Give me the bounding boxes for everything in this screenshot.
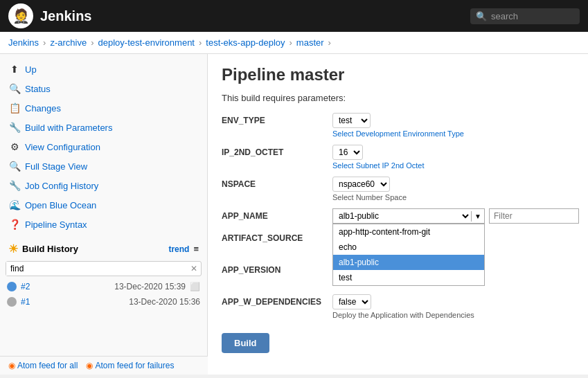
status-icon: 🔍	[8, 82, 21, 95]
job-config-icon: 🔧	[8, 179, 21, 192]
env-type-hint: Select Development Environment Type	[332, 129, 574, 138]
app-name-select-wrap: app-http-content-from-git echo alb1-publ…	[332, 208, 485, 224]
param-controls-app-name: app-http-content-from-git echo alb1-publ…	[332, 208, 582, 224]
blue-ocean-icon: 🌊	[8, 199, 21, 211]
build-row-2: #2 13-Dec-2020 15:39 ⬜	[6, 279, 202, 294]
build-date-1: 13-Dec-2020 15:36	[129, 297, 200, 307]
header: 🤵 Jenkins 🔍	[0, 0, 588, 32]
param-row-ip: IP_2ND_OCTET 16 17 18 Select Subnet IP 2…	[222, 145, 574, 170]
param-row-app-name: APP_NAME app-http-content-from-git echo …	[222, 208, 574, 224]
build-date-2: 13-Dec-2020 15:39	[114, 282, 186, 291]
breadcrumb-sep-1: ›	[43, 37, 46, 48]
sidebar-item-view-config-label[interactable]: View Configuration	[25, 142, 100, 152]
footer-feeds: ◉ Atom feed for all ◉ Atom feed for fail…	[0, 356, 208, 375]
dropdown-item-alb1[interactable]: alb1-public	[333, 255, 484, 270]
build-row-1: #1 13-Dec-2020 15:36	[6, 294, 202, 309]
feed-all-label: Atom feed for all	[17, 361, 78, 370]
sidebar-item-full-stage[interactable]: 🔍 Full Stage View	[0, 156, 207, 176]
param-label-ip: IP_2ND_OCTET	[222, 145, 332, 157]
build-search-row[interactable]: ✕	[6, 261, 202, 276]
sidebar-item-job-config-label[interactable]: Job Config History	[25, 181, 98, 191]
trend-graph-icon: ≡	[193, 244, 199, 254]
breadcrumb-z-archive[interactable]: z-archive	[50, 37, 87, 48]
sidebar-item-up[interactable]: ⬆ Up	[0, 60, 207, 79]
build-requires-text: This build requires parameters:	[222, 93, 574, 103]
app-name-dropdown-arrow[interactable]: ▼	[471, 211, 484, 222]
search-input[interactable]	[491, 11, 574, 21]
sidebar-item-full-stage-label[interactable]: Full Stage View	[25, 161, 87, 172]
feed-failures-label: Atom feed for failures	[95, 361, 174, 370]
page-title: Pipeline master	[222, 65, 574, 84]
breadcrumb-sep-3: ›	[199, 37, 202, 48]
breadcrumb-deploy-test[interactable]: deploy-test-environment	[98, 37, 195, 48]
search-box[interactable]: 🔍	[470, 8, 580, 24]
sidebar-item-build-with-params[interactable]: 🔧 Build with Parameters	[0, 118, 207, 137]
nspace-select[interactable]: nspace60 nspace70	[332, 177, 390, 192]
sidebar: ⬆ Up 🔍 Status 📋 Changes 🔧 Build with Par…	[0, 54, 207, 375]
ip-hint: Select Subnet IP 2nd Octet	[332, 161, 574, 170]
app-name-dropdown-popup: app-http-content-from-git echo alb1-publ…	[332, 224, 485, 286]
param-label-app-version: APP_VERSION	[222, 262, 332, 275]
full-stage-icon: 🔍	[8, 160, 21, 172]
feed-failures-icon: ◉	[86, 361, 93, 370]
dropdown-item-app-http[interactable]: app-http-content-from-git	[333, 224, 484, 240]
app-deps-hint: Deploy the Application with Dependencies	[332, 311, 574, 319]
search-icon: 🔍	[476, 11, 487, 21]
breadcrumb-sep-4: ›	[289, 37, 292, 48]
sidebar-item-changes[interactable]: 📋 Changes	[0, 98, 207, 118]
build-history-icon: ☀	[8, 242, 18, 255]
breadcrumb-jenkins[interactable]: Jenkins	[8, 37, 39, 48]
param-label-app-deps: APP_W_DEPENDENCIES	[222, 294, 332, 307]
sidebar-item-pipeline-syntax-label[interactable]: Pipeline Syntax	[25, 219, 87, 230]
build-status-icon-2	[7, 282, 17, 291]
sidebar-item-blue-ocean-label[interactable]: Open Blue Ocean	[25, 200, 96, 210]
param-label-env-type: ENV_TYPE	[222, 113, 332, 125]
build-num-2[interactable]: #2	[21, 282, 30, 291]
sidebar-item-view-config[interactable]: ⚙ View Configuration	[0, 137, 207, 156]
param-row-env-type: ENV_TYPE test dev prod Select Developmen…	[222, 113, 574, 138]
sidebar-item-pipeline-syntax[interactable]: ❓ Pipeline Syntax	[0, 215, 207, 234]
param-controls-app-deps: false true Deploy the Application with D…	[332, 294, 574, 319]
dropdown-item-test[interactable]: test	[333, 270, 484, 285]
up-icon: ⬆	[8, 63, 21, 75]
build-num-1[interactable]: #1	[21, 297, 30, 307]
param-label-nspace: NSPACE	[222, 177, 332, 189]
build-history-label: Build History	[22, 244, 78, 254]
pipeline-syntax-icon: ❓	[8, 218, 21, 231]
atom-feed-all-link[interactable]: ◉ Atom feed for all	[8, 361, 78, 370]
sidebar-item-status-label[interactable]: Status	[25, 84, 51, 94]
trend-link[interactable]: trend	[168, 244, 189, 254]
logo-area: 🤵 Jenkins	[8, 3, 91, 28]
app-name-dropdown-row: app-http-content-from-git echo alb1-publ…	[332, 208, 582, 224]
sidebar-item-status[interactable]: 🔍 Status	[0, 79, 207, 98]
nspace-hint: Select Number Space	[332, 193, 574, 201]
build-history-header: ☀ Build History trend ≡	[6, 240, 202, 258]
sidebar-wrapper: ⬆ Up 🔍 Status 📋 Changes 🔧 Build with Par…	[0, 54, 208, 375]
sidebar-item-build-with-params-label[interactable]: Build with Parameters	[25, 123, 112, 133]
sidebar-item-blue-ocean[interactable]: 🌊 Open Blue Ocean	[0, 195, 207, 215]
app-deps-select[interactable]: false true	[332, 294, 371, 309]
app-name-select[interactable]: app-http-content-from-git echo alb1-publ…	[333, 209, 471, 223]
param-controls-ip: 16 17 18 Select Subnet IP 2nd Octet	[332, 145, 574, 170]
build-search-clear[interactable]: ✕	[187, 262, 201, 275]
breadcrumb-master[interactable]: master	[296, 37, 324, 48]
ip-select[interactable]: 16 17 18	[332, 145, 363, 160]
param-label-app-name: APP_NAME	[222, 208, 332, 221]
changes-icon: 📋	[8, 102, 21, 114]
atom-feed-failures-link[interactable]: ◉ Atom feed for failures	[86, 361, 174, 370]
build-search-input[interactable]	[6, 262, 187, 276]
env-type-select[interactable]: test dev prod	[332, 113, 371, 128]
sidebar-item-changes-label[interactable]: Changes	[25, 103, 61, 114]
sidebar-item-job-config[interactable]: 🔧 Job Config History	[0, 176, 207, 195]
param-row-app-deps: APP_W_DEPENDENCIES false true Deploy the…	[222, 294, 574, 319]
breadcrumb-sep-2: ›	[91, 37, 93, 48]
dropdown-item-echo[interactable]: echo	[333, 240, 484, 255]
site-title: Jenkins	[40, 8, 91, 24]
sidebar-item-up-label[interactable]: Up	[25, 64, 37, 75]
build-status-icon-1	[7, 297, 17, 307]
feed-all-icon: ◉	[8, 361, 15, 370]
param-controls-env-type: test dev prod Select Development Environ…	[332, 113, 574, 138]
breadcrumb-test-eks[interactable]: test-eks-app-deploy	[206, 37, 285, 48]
build-button[interactable]: Build	[222, 333, 269, 353]
app-name-filter-input[interactable]	[489, 208, 579, 224]
